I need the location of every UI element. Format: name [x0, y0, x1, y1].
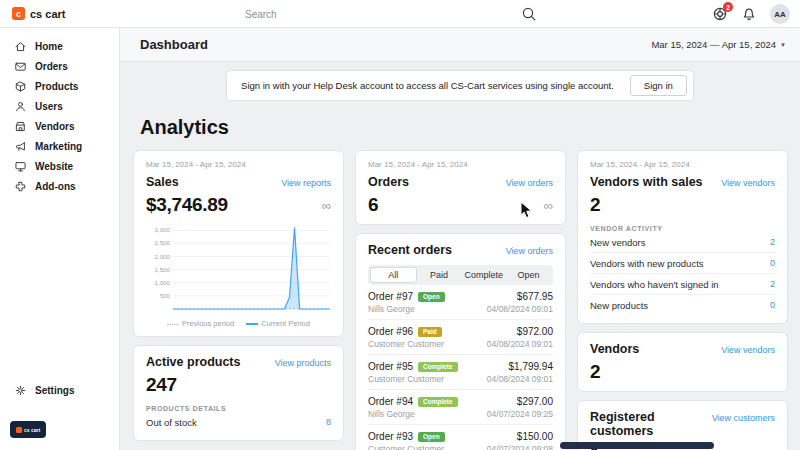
order-row[interactable]: Order #96 Paid $972.00 Customer Customer…: [368, 320, 553, 355]
search-icon[interactable]: [521, 6, 537, 22]
sidebar-item-orders[interactable]: Orders: [0, 56, 119, 76]
status-badge: Complete: [418, 362, 458, 372]
global-search: [245, 0, 537, 28]
analytics-title: Analytics: [140, 116, 800, 139]
new-vendors-count-link[interactable]: 2: [770, 237, 775, 247]
order-id[interactable]: Order #97: [368, 291, 413, 302]
order-date: 04/07/2024 09:08: [487, 444, 553, 450]
infinity-icon: ∞: [322, 198, 331, 213]
order-total: $297.00: [517, 396, 553, 407]
sidebar-item-label: Orders: [35, 61, 68, 72]
sidebar-item-vendors[interactable]: Vendors: [0, 116, 119, 136]
tab-open[interactable]: Open: [506, 267, 551, 283]
order-id[interactable]: Order #96: [368, 326, 413, 337]
search-input[interactable]: [245, 9, 521, 20]
order-total: $1,799.94: [509, 361, 554, 372]
order-total: $972.00: [517, 326, 553, 337]
sales-card: Mar 15, 2024 - Apr 15, 2024 Sales View r…: [133, 150, 344, 337]
view-orders-link[interactable]: View orders: [506, 246, 553, 256]
legend-current-label: Current Period: [261, 319, 310, 328]
chart-legend: Previous period Current Period: [146, 319, 331, 328]
order-row[interactable]: Order #95 Complete $1,799.94 Customer Cu…: [368, 355, 553, 390]
legend-previous-label: Previous period: [182, 319, 234, 328]
orders-card: Mar 15, 2024 - Apr 15, 2024 Orders View …: [355, 150, 566, 225]
sidebar-brand-badge: cs cart: [10, 421, 46, 438]
view-vendors-link[interactable]: View vendors: [721, 345, 775, 355]
sidebar-item-website[interactable]: Website: [0, 156, 119, 176]
sidebar-item-label: Users: [35, 101, 63, 112]
page-title: Dashboard: [140, 37, 208, 52]
topbar: c cs cart 2 AA: [0, 0, 800, 28]
main-content: Dashboard Mar 15, 2024 — Apr 15, 2024 ▼ …: [120, 28, 800, 450]
order-id[interactable]: Order #95: [368, 361, 413, 372]
order-date: 04/08/2024 09:01: [487, 339, 553, 349]
logo-icon: [16, 427, 22, 433]
tab-complete[interactable]: Complete: [462, 267, 507, 283]
sidebar-item-home[interactable]: Home: [0, 36, 119, 56]
svg-text:1,000: 1,000: [155, 279, 171, 286]
sidebar-item-settings[interactable]: Settings: [0, 380, 119, 400]
sign-in-button[interactable]: Sign in: [630, 75, 687, 96]
order-total: $677.95: [517, 291, 553, 302]
out-of-stock-row: Out of stock 8: [146, 412, 331, 432]
bell-icon[interactable]: [741, 6, 757, 22]
horizontal-scrollbar-thumb[interactable]: [560, 442, 714, 449]
recent-orders-card: Recent orders View orders All Paid Compl…: [355, 233, 566, 450]
vendor-activity-row: Vendors with new products 0: [590, 253, 775, 274]
sidebar-item-addons[interactable]: Add-ons: [0, 176, 119, 196]
megaphone-icon: [14, 140, 27, 153]
vendors-new-products-count-link[interactable]: 0: [770, 258, 775, 268]
view-products-link[interactable]: View products: [275, 358, 331, 368]
vendor-activity-label: VENDOR ACTIVITY: [590, 225, 775, 232]
date-range-picker[interactable]: Mar 15, 2024 — Apr 15, 2024 ▼: [651, 39, 786, 50]
home-icon: [14, 40, 27, 53]
sidebar-item-label: Settings: [35, 385, 74, 396]
sidebar-item-users[interactable]: Users: [0, 96, 119, 116]
sales-chart: 5001,0001,5002,0002,5003,000: [146, 220, 331, 317]
view-orders-link[interactable]: View orders: [506, 178, 553, 188]
kv-label: Out of stock: [146, 417, 197, 428]
kv-label: Vendors who haven't signed in: [590, 279, 719, 290]
envelope-icon: [14, 60, 27, 73]
sidebar-item-label: Website: [35, 161, 73, 172]
orders-value: 6: [368, 194, 378, 216]
tab-all[interactable]: All: [370, 267, 417, 283]
brand-text: cs cart: [24, 427, 40, 433]
order-id[interactable]: Order #93: [368, 431, 413, 442]
puzzle-icon: [14, 180, 27, 193]
app-logo[interactable]: c cs cart: [12, 7, 65, 20]
order-row[interactable]: Order #93 Open $150.00 Customer Customer…: [368, 425, 553, 450]
active-products-value: 247: [146, 374, 177, 396]
order-customer: Nills George: [368, 304, 415, 314]
view-reports-link[interactable]: View reports: [281, 178, 331, 188]
current-period-swatch: [246, 323, 258, 325]
svg-text:2,000: 2,000: [155, 253, 171, 260]
card-date-range: Mar 15, 2024 - Apr 15, 2024: [590, 160, 775, 169]
logo-icon: c: [12, 7, 25, 20]
logo-text: cs cart: [30, 8, 65, 20]
order-id[interactable]: Order #94: [368, 396, 413, 407]
kv-label: New products: [590, 300, 648, 311]
user-avatar[interactable]: AA: [770, 4, 790, 24]
vendors-not-signed-in-count-link[interactable]: 2: [770, 279, 775, 289]
page-header: Dashboard Mar 15, 2024 — Apr 15, 2024 ▼: [120, 28, 800, 62]
vendor-activity-row: New products 0: [590, 295, 775, 315]
notification-badge: 2: [723, 2, 733, 12]
sidebar-item-products[interactable]: Products: [0, 76, 119, 96]
view-customers-link[interactable]: View customers: [712, 413, 775, 423]
monitor-icon: [14, 160, 27, 173]
sales-value: $3,746.89: [146, 194, 228, 216]
out-of-stock-count-link[interactable]: 8: [326, 417, 331, 427]
order-row[interactable]: Order #94 Complete $297.00 Nills George …: [368, 390, 553, 425]
order-customer: Customer Customer: [368, 444, 444, 450]
sidebar-item-label: Vendors: [35, 121, 74, 132]
view-vendors-link[interactable]: View vendors: [721, 178, 775, 188]
recent-orders-title: Recent orders: [368, 243, 452, 257]
sidebar-item-marketing[interactable]: Marketing: [0, 136, 119, 156]
tab-paid[interactable]: Paid: [417, 267, 462, 283]
order-row[interactable]: Order #97 Open $677.95 Nills George 04/0…: [368, 285, 553, 320]
support-icon[interactable]: 2: [712, 6, 728, 22]
products-details-label: PRODUCTS DETAILS: [146, 405, 331, 412]
vendors-value: 2: [590, 361, 600, 383]
new-products-count-link[interactable]: 0: [770, 300, 775, 310]
